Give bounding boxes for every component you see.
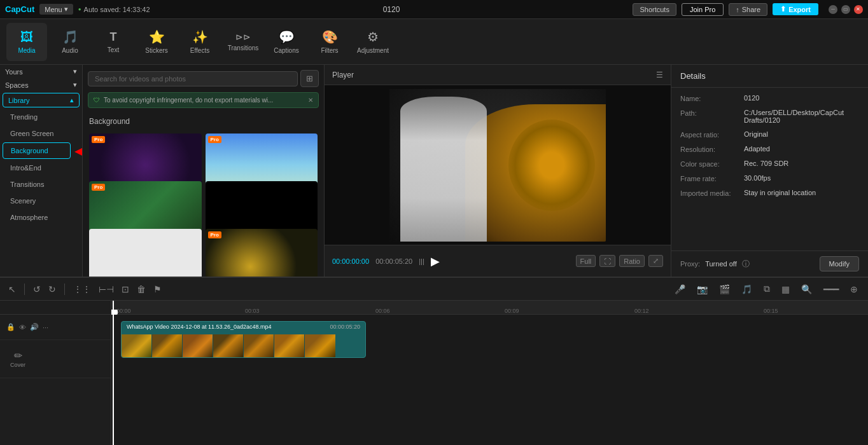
ratio-button[interactable]: Ratio — [619, 255, 645, 267]
video-thumb-5[interactable] — [89, 229, 202, 277]
play-button[interactable]: ▶ — [431, 254, 440, 268]
toolbar-stickers[interactable]: ⭐ Stickers — [136, 23, 177, 61]
maximize-button[interactable]: ▭ — [841, 5, 850, 14]
detail-resolution-value: Adapted — [744, 145, 859, 153]
trim-button[interactable]: ⊢⊣ — [97, 282, 116, 296]
total-time: 00:00:05:20 — [375, 257, 412, 265]
shield-icon: 🛡 — [94, 97, 100, 104]
toolbar-text-label: Text — [108, 46, 119, 53]
copy-button[interactable]: ⧉ — [760, 282, 774, 296]
marker-button[interactable]: ⚑ — [151, 282, 164, 296]
detail-colorspace-value: Rec. 709 SDR — [744, 160, 859, 167]
sidebar-item-trending[interactable]: Trending — [3, 109, 80, 125]
toolbar-effects[interactable]: ✨ Effects — [179, 23, 220, 61]
detail-imported-value: Stay in original location — [744, 189, 859, 196]
join-pro-button[interactable]: Join Pro — [682, 3, 724, 16]
search-input[interactable] — [88, 71, 298, 86]
shortcuts-button[interactable]: Shortcuts — [633, 3, 676, 16]
cover-button[interactable]: ✏ Cover — [5, 341, 31, 377]
ruler-tick-2: 00:06 — [375, 308, 390, 314]
topbar-left: CapCut Menu ▾ Auto saved: 14:33:42 — [5, 4, 150, 15]
separator — [64, 284, 65, 295]
cursor-tool-button[interactable]: ↖ — [6, 282, 18, 296]
more-icon[interactable]: ··· — [43, 324, 48, 331]
video-track[interactable]: WhatsApp Video 2024-12-08 at 11.53.26_0a… — [121, 321, 366, 358]
sidebar-spaces-dropdown[interactable]: Spaces ▾ — [0, 78, 82, 92]
modify-button[interactable]: Modify — [820, 256, 859, 271]
tracks-area: WhatsApp Video 2024-12-08 at 11.53.26_0a… — [111, 315, 868, 445]
toolbar: 🖼 Media 🎵 Audio T Text ⭐ Stickers ✨ Effe… — [0, 19, 868, 65]
lock-icon[interactable]: 🔒 — [6, 323, 15, 331]
undo-button[interactable]: ↺ — [31, 282, 43, 296]
chevron-up-icon: ▴ — [70, 96, 74, 104]
sidebar-item-transitions[interactable]: Transitions — [3, 177, 80, 192]
toolbar-media[interactable]: 🖼 Media — [6, 23, 47, 61]
export-icon: ⬆ — [780, 5, 786, 13]
sidebar-library-label: Library — [8, 97, 30, 104]
sidebar-yours-label: Yours — [5, 68, 23, 76]
fullscreen-button[interactable]: ⤢ — [648, 255, 663, 267]
audio-track-button[interactable]: 🎵 — [738, 282, 756, 296]
toolbar-adjustment[interactable]: ⚙ Adjustment — [353, 23, 393, 61]
captions-icon: 💬 — [279, 29, 295, 44]
close-button[interactable]: ✕ — [854, 5, 863, 14]
project-name: 0120 — [383, 5, 400, 14]
video-track-button[interactable]: 🎬 — [715, 282, 734, 296]
timeline-right-panel: 00:00 00:03 00:06 00:09 00:12 00:15 What… — [111, 301, 868, 445]
section-title: Background — [83, 113, 324, 130]
player-menu-icon[interactable]: ☰ — [656, 71, 663, 79]
eye-icon[interactable]: 👁 — [19, 324, 26, 331]
crop-button[interactable]: ⊡ — [120, 282, 131, 296]
sidebar-item-green-screen[interactable]: Green Screen — [3, 126, 80, 141]
split-button[interactable]: ⋮⋮ — [71, 282, 93, 296]
zoom-out-button[interactable]: 🔍 — [797, 282, 816, 296]
toolbar-captions[interactable]: 💬 Captions — [266, 23, 307, 61]
video-grid: Pro 00:45 ⬇ Pro 00:14 ⬇ Pro 00:18 ⬇ 00:0… — [83, 130, 324, 277]
volume-icon[interactable]: 🔊 — [30, 323, 39, 331]
subtitle-button[interactable]: ▦ — [778, 282, 794, 296]
proxy-value: Turned off — [705, 260, 737, 268]
sidebar-library-dropdown[interactable]: Library ▴ — [3, 93, 80, 107]
sidebar-item-atmosphere[interactable]: Atmosphere — [3, 210, 80, 225]
details-header: Details — [671, 65, 868, 88]
proxy-info-icon[interactable]: ⓘ — [742, 259, 750, 270]
autosave-status: Auto saved: 14:33:42 — [78, 6, 150, 13]
filter-button[interactable]: ⊞ — [300, 70, 319, 87]
transitions-icon: ⊳⊳ — [235, 32, 251, 42]
export-button[interactable]: ⬆ Export — [773, 3, 818, 15]
toolbar-stickers-label: Stickers — [145, 47, 168, 54]
pro-badge: Pro — [208, 231, 221, 238]
cover-icon: ✏ — [14, 350, 22, 362]
toolbar-filters[interactable]: 🎨 Filters — [309, 23, 350, 61]
bottom-area: ↖ ↺ ↻ ⋮⋮ ⊢⊣ ⊡ 🗑 ⚑ 🎤 📷 🎬 🎵 ⧉ ▦ 🔍 ━━━ ⊕ � — [0, 277, 868, 445]
sidebar-item-intro-end[interactable]: Intro&End — [3, 160, 80, 175]
zoom-slider[interactable]: ━━━ — [820, 282, 843, 296]
detail-name-value: 0120 — [744, 94, 859, 102]
sidebar-item-scenery[interactable]: Scenery — [3, 193, 80, 209]
video-thumb-6[interactable]: Pro 00:17 ⬇ — [206, 229, 318, 277]
redo-button[interactable]: ↻ — [46, 282, 58, 296]
toolbar-transitions[interactable]: ⊳⊳ Transitions — [223, 23, 263, 61]
sidebar-yours-dropdown[interactable]: Yours ▾ — [0, 65, 82, 78]
track-controls-row: 🔒 👁 🔊 ··· — [0, 315, 111, 340]
full-button[interactable]: Full — [576, 255, 596, 267]
close-notice-button[interactable]: ✕ — [308, 97, 313, 104]
pro-badge: Pro — [92, 184, 105, 191]
camera-track-button[interactable]: 📷 — [693, 282, 711, 296]
add-track-button[interactable]: ⊕ — [846, 282, 862, 296]
proxy-label: Proxy: — [680, 260, 700, 268]
menu-button[interactable]: Menu ▾ — [39, 4, 73, 15]
cover-label: Cover — [10, 362, 25, 368]
sidebar-item-background[interactable]: Background — [3, 142, 71, 159]
minimize-button[interactable]: ─ — [829, 5, 837, 14]
topbar-right: Shortcuts Join Pro ↑ Share ⬆ Export ─ ▭ … — [633, 3, 863, 16]
mic-button[interactable]: 🎤 — [671, 282, 689, 296]
share-icon: ↑ — [736, 6, 739, 13]
fit-icon-button[interactable]: ⛶ — [599, 255, 615, 267]
toolbar-audio[interactable]: 🎵 Audio — [50, 23, 90, 61]
share-button[interactable]: ↑ Share — [729, 3, 767, 16]
toolbar-text[interactable]: T Text — [93, 23, 134, 61]
delete-button[interactable]: 🗑 — [135, 282, 148, 296]
stickers-icon: ⭐ — [149, 29, 165, 44]
chevron-down-icon: ▾ — [73, 81, 77, 89]
